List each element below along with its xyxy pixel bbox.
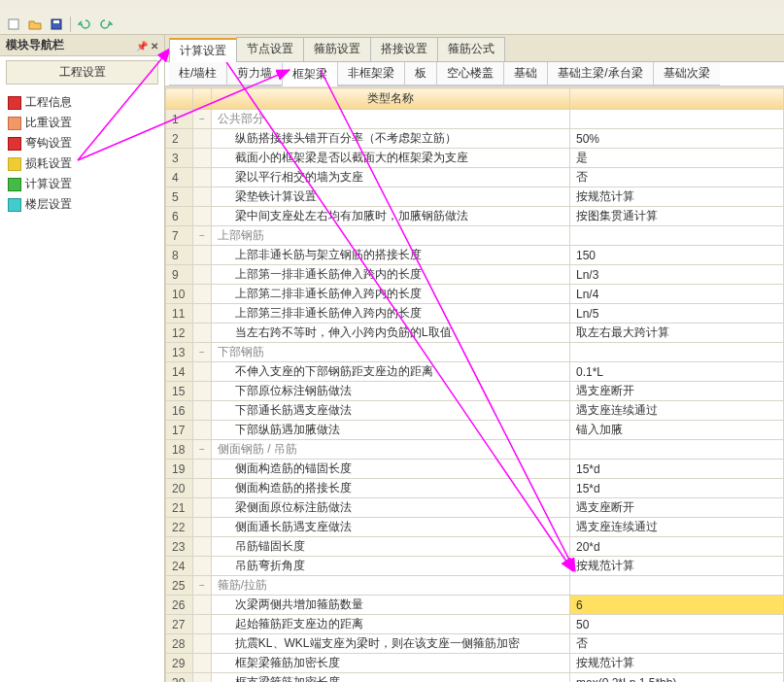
value-cell[interactable]: Ln/3 (570, 265, 784, 285)
value-cell[interactable]: 15*d (570, 460, 784, 479)
redo-icon[interactable] (98, 17, 114, 32)
open-icon[interactable] (27, 17, 43, 32)
param-label: 下部通长筋遇支座做法 (211, 401, 569, 421)
tree-item-icon (8, 157, 21, 171)
table-row: 4梁以平行相交的墙为支座否 (166, 168, 784, 188)
value-cell[interactable]: 遇支座断开 (570, 382, 784, 401)
svg-rect-2 (53, 20, 59, 23)
value-cell[interactable]: 按规范计算 (570, 654, 784, 673)
value-cell[interactable]: 遇支座连续通过 (570, 401, 784, 421)
group-toggle[interactable]: − (193, 226, 212, 246)
value-cell[interactable]: 锚入加腋 (570, 421, 784, 440)
table-row: 6梁中间支座处左右均有加腋时，加腋钢筋做法按图集贯通计算 (166, 207, 784, 226)
tab1-2[interactable]: 箍筋设置 (303, 37, 371, 61)
tree-item-5[interactable]: 楼层设置 (4, 194, 160, 215)
tab2-6[interactable]: 基础 (503, 62, 547, 85)
value-cell[interactable]: 20*d (570, 537, 784, 557)
tab2-2[interactable]: 框架梁 (282, 63, 337, 86)
toggle-cell (193, 149, 212, 168)
tab2-4[interactable]: 板 (404, 62, 436, 85)
value-cell[interactable]: 15*d (570, 479, 784, 498)
param-label: 框支梁箍筋加密长度 (211, 673, 569, 683)
value-cell[interactable]: 50% (570, 129, 784, 149)
tab1-1[interactable]: 节点设置 (236, 37, 304, 61)
group-toggle[interactable]: − (193, 110, 212, 129)
toggle-cell (193, 634, 212, 654)
pin-icon[interactable]: 📌 (136, 41, 148, 51)
new-icon[interactable] (6, 17, 21, 32)
value-cell[interactable]: 按规范计算 (570, 188, 784, 207)
tree-item-1[interactable]: 比重设置 (4, 113, 160, 133)
row-number: 9 (166, 265, 193, 285)
col-rownum (166, 88, 193, 110)
toggle-cell (193, 246, 212, 265)
value-cell[interactable]: 否 (570, 168, 784, 188)
tab1-4[interactable]: 箍筋公式 (437, 37, 505, 61)
tab1-3[interactable]: 搭接设置 (370, 37, 438, 61)
row-number: 10 (166, 285, 193, 304)
table-row: 25−箍筋/拉筋 (166, 576, 784, 596)
value-cell[interactable]: 0.1*L (570, 362, 784, 382)
value-cell[interactable]: 50 (570, 615, 784, 634)
tree-item-3[interactable]: 损耗设置 (4, 153, 160, 174)
table-row: 16下部通长筋遇支座做法遇支座连续通过 (166, 401, 784, 421)
param-label: 下部原位标注钢筋做法 (211, 382, 569, 401)
tree-item-4[interactable]: 计算设置 (4, 174, 160, 194)
menubar (0, 0, 784, 14)
value-cell[interactable]: 6 (570, 596, 784, 615)
group-toggle[interactable]: − (193, 576, 212, 596)
toggle-cell (193, 401, 212, 421)
tree-item-label: 计算设置 (25, 176, 72, 192)
tree-item-label: 损耗设置 (25, 155, 72, 172)
close-icon[interactable]: ✕ (151, 41, 158, 51)
toggle-cell (193, 285, 212, 304)
tree-item-0[interactable]: 工程信息 (4, 92, 160, 113)
value-cell[interactable]: 遇支座断开 (570, 498, 784, 518)
value-cell[interactable]: max(0.2*Ln,1.5*hb) (570, 673, 784, 683)
row-number: 23 (166, 537, 193, 557)
tab2-8[interactable]: 基础次梁 (653, 62, 720, 85)
toggle-cell (193, 265, 212, 285)
undo-icon[interactable] (77, 17, 92, 32)
tab2-3[interactable]: 非框架梁 (337, 62, 404, 85)
toggle-cell (193, 518, 212, 537)
value-cell[interactable]: Ln/5 (570, 304, 784, 324)
group-toggle[interactable]: − (193, 440, 212, 460)
tree-item-icon (8, 198, 21, 212)
toggle-cell (193, 304, 212, 324)
project-settings-button[interactable]: 工程设置 (6, 60, 158, 85)
tab2-5[interactable]: 空心楼盖 (436, 62, 503, 85)
value-cell[interactable]: 按图集贯通计算 (570, 207, 784, 226)
value-cell[interactable]: 按规范计算 (570, 557, 784, 576)
table-row: 15下部原位标注钢筋做法遇支座断开 (166, 382, 784, 401)
row-number: 29 (166, 654, 193, 673)
row-number: 7 (166, 226, 193, 246)
tree-item-label: 楼层设置 (25, 196, 72, 213)
value-cell[interactable]: 否 (570, 634, 784, 654)
group-label: 箍筋/拉筋 (211, 576, 569, 596)
table-row: 11上部第三排非通长筋伸入跨内的长度Ln/5 (166, 304, 784, 324)
param-label: 纵筋搭接接头错开百分率（不考虑架立筋） (211, 129, 569, 149)
group-toggle[interactable]: − (193, 343, 212, 362)
toggle-cell (193, 324, 212, 343)
tab2-0[interactable]: 柱/墙柱 (169, 62, 226, 85)
value-cell[interactable]: 取左右最大跨计算 (570, 324, 784, 343)
tab2-7[interactable]: 基础主梁/承台梁 (547, 62, 652, 85)
param-label: 框架梁箍筋加密长度 (211, 654, 569, 673)
save-icon[interactable] (49, 17, 64, 32)
value-cell[interactable]: 遇支座连续通过 (570, 518, 784, 537)
row-number: 14 (166, 362, 193, 382)
toggle-cell (193, 615, 212, 634)
value-cell[interactable]: 150 (570, 246, 784, 265)
col-typename: 类型名称 (211, 88, 569, 110)
tab2-1[interactable]: 剪力墙 (226, 62, 282, 85)
tree-item-label: 弯钩设置 (25, 135, 72, 152)
table-row: 5梁垫铁计算设置按规范计算 (166, 188, 784, 207)
toggle-cell (193, 596, 212, 615)
value-cell[interactable]: Ln/4 (570, 285, 784, 304)
tab1-0[interactable]: 计算设置 (169, 38, 237, 62)
param-label: 上部第二排非通长筋伸入跨内的长度 (211, 285, 569, 304)
tree-item-2[interactable]: 弯钩设置 (4, 133, 160, 153)
tabs-secondary: 柱/墙柱剪力墙框架梁非框架梁板空心楼盖基础基础主梁/承台梁基础次梁 (165, 62, 784, 86)
value-cell[interactable]: 是 (570, 149, 784, 168)
